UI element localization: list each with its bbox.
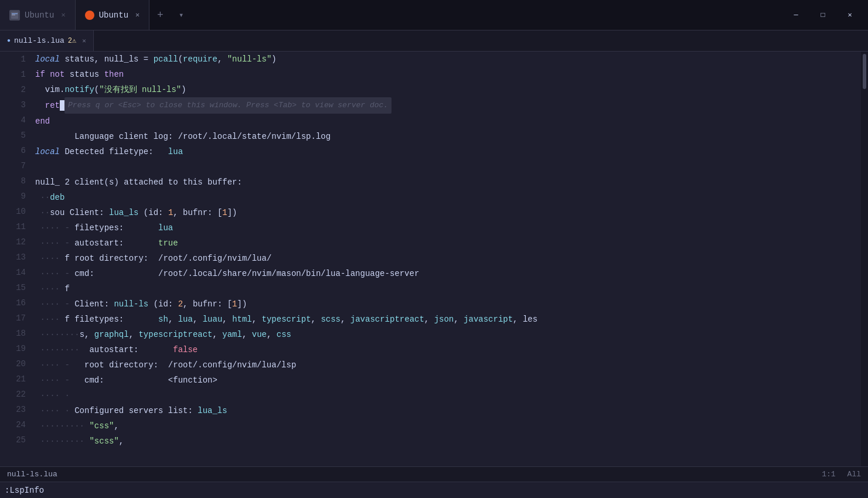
tab-1-label: Ubuntu xyxy=(25,11,54,20)
code-line-rootdir2: ···· - root directory: /root/.config/nvi… xyxy=(35,357,861,373)
svg-rect-1 xyxy=(12,13,18,14)
lnum-3: 2 xyxy=(21,82,26,97)
lnum-8: 7 xyxy=(21,158,26,173)
code-line-configured: ···· · Configured servers list: lua_ls xyxy=(35,403,861,418)
code-line-notify: vim.notify("没有找到 null-ls") xyxy=(35,82,861,97)
lnum-26: 25 xyxy=(16,432,26,448)
code-line-deb: ··deb xyxy=(35,190,861,205)
code-line-client1: ··sou Client: lua_ls (id: 1, bufnr: [1]) xyxy=(35,205,861,220)
lnum-17: 16 xyxy=(16,295,26,311)
file-tab-name: null-ls.lua xyxy=(14,36,64,45)
status-right: 1:1 All xyxy=(822,470,861,479)
lnum-11: 10 xyxy=(16,204,26,219)
ubuntu-icon-2 xyxy=(85,11,94,20)
lnum-2: 1 xyxy=(21,67,26,82)
line-numbers: 1 1 2 3 4 5 6 7 8 9 10 11 12 13 14 15 16… xyxy=(0,52,30,466)
code-line-filetypes1: ···· - filetypes: lua xyxy=(35,220,861,236)
maximize-button[interactable]: □ xyxy=(809,0,836,30)
tab-2-close[interactable]: ✕ xyxy=(135,11,139,19)
svg-rect-2 xyxy=(12,15,15,15)
code-line-rootdir1: ···· f root directory: /root/.config/nvi… xyxy=(35,251,861,266)
lnum-22: 21 xyxy=(16,371,26,387)
warning-count: 2⚠ xyxy=(68,36,76,45)
tab-2-label: Ubuntu xyxy=(99,11,128,20)
code-line-15: ···· f xyxy=(35,281,861,296)
code-content[interactable]: local status, null_ls = pcall(require, "… xyxy=(30,52,861,466)
lnum-20: 19 xyxy=(16,341,26,356)
code-editor: 1 1 2 3 4 5 6 7 8 9 10 11 12 13 14 15 16… xyxy=(0,52,868,466)
code-line-22: ···· · xyxy=(35,388,861,403)
code-line-client2: ···· - Client: null-ls (id: 2, bufnr: [1… xyxy=(35,296,861,312)
code-line-cmd2: ···· - cmd: <function> xyxy=(35,373,861,388)
lnum-25: 24 xyxy=(16,417,26,432)
file-tab-null-ls[interactable]: ● null-ls.lua 2⚠ ✕ xyxy=(0,30,94,51)
code-line-if: if not status then xyxy=(35,67,861,82)
terminal-icon-1 xyxy=(9,10,20,21)
code-line-log: Language client log: /root/.local/state/… xyxy=(35,129,861,144)
code-line-scss: ········· "scss", xyxy=(35,434,861,449)
lnum-1: 1 xyxy=(21,52,26,67)
tab-ubuntu-1[interactable]: Ubuntu ✕ xyxy=(0,0,76,30)
lnum-5: 4 xyxy=(21,112,26,128)
window-controls: ─ □ ✕ xyxy=(782,0,868,30)
lnum-16: 15 xyxy=(16,280,26,295)
lnum-18: 17 xyxy=(16,311,26,326)
code-line-1: local status, null_ls = pcall(require, "… xyxy=(35,52,861,67)
code-line-filetypes2: ···· f filetypes: sh, lua, luau, html, t… xyxy=(35,312,861,327)
title-bar: Ubuntu ✕ Ubuntu ✕ + ▾ ─ □ ✕ xyxy=(0,0,868,30)
tab-ubuntu-2[interactable]: Ubuntu ✕ xyxy=(76,0,150,30)
file-tab-close[interactable]: ✕ xyxy=(82,37,86,45)
add-tab-button[interactable]: + xyxy=(149,0,171,30)
file-tab-bar: ● null-ls.lua 2⚠ ✕ xyxy=(0,30,868,52)
lnum-14: 13 xyxy=(16,250,26,265)
lnum-12: 11 xyxy=(16,219,26,234)
file-dot-icon: ● xyxy=(7,37,11,44)
code-line-end: end xyxy=(35,114,861,129)
tab-1-close[interactable]: ✕ xyxy=(61,11,65,19)
status-bar: null-ls.lua 1:1 All xyxy=(0,466,868,482)
lnum-4: 3 xyxy=(21,97,26,112)
code-line-filetype: local Detected filetype: lua xyxy=(35,144,861,159)
lnum-15: 14 xyxy=(16,265,26,280)
lnum-19: 18 xyxy=(16,326,26,341)
lnum-23: 22 xyxy=(16,387,26,402)
lnum-10: 9 xyxy=(21,189,26,204)
scroll-thumb[interactable] xyxy=(863,54,866,89)
status-filename: null-ls.lua xyxy=(7,470,57,479)
code-line-cmd1: ···· - cmd: /root/.local/share/nvim/maso… xyxy=(35,266,861,281)
command-line[interactable]: :LspInfo xyxy=(0,482,868,498)
code-line-autostart1: ···· - autostart: true xyxy=(35,236,861,251)
code-line-blank xyxy=(35,159,861,175)
lnum-7: 6 xyxy=(21,143,26,158)
lnum-6: 5 xyxy=(21,128,26,143)
cmd-text: :LspInfo xyxy=(5,486,44,495)
status-position: 1:1 xyxy=(822,470,835,479)
code-line-css: ········· "css", xyxy=(35,418,861,434)
lnum-24: 23 xyxy=(16,402,26,417)
tab-dropdown-button[interactable]: ▾ xyxy=(171,0,192,30)
code-line-filetypes2-cont: ········s, graphql, typescriptreact, yam… xyxy=(35,327,861,342)
lnum-9: 8 xyxy=(21,173,26,189)
code-line-clients: null_ 2 client(s) attached to this buffe… xyxy=(35,175,861,190)
editor-container: ● null-ls.lua 2⚠ ✕ 1 1 2 3 4 5 6 7 8 9 1… xyxy=(0,30,868,498)
status-all: All xyxy=(847,470,861,479)
close-window-button[interactable]: ✕ xyxy=(836,0,863,30)
lnum-13: 12 xyxy=(16,234,26,250)
code-line-autostart2: ········ autostart: false xyxy=(35,342,861,357)
minimize-button[interactable]: ─ xyxy=(782,0,809,30)
lnum-21: 20 xyxy=(16,356,26,371)
code-line-ret: retPress q or <Esc> to close this window… xyxy=(35,97,861,114)
scrollbar[interactable] xyxy=(861,52,868,466)
